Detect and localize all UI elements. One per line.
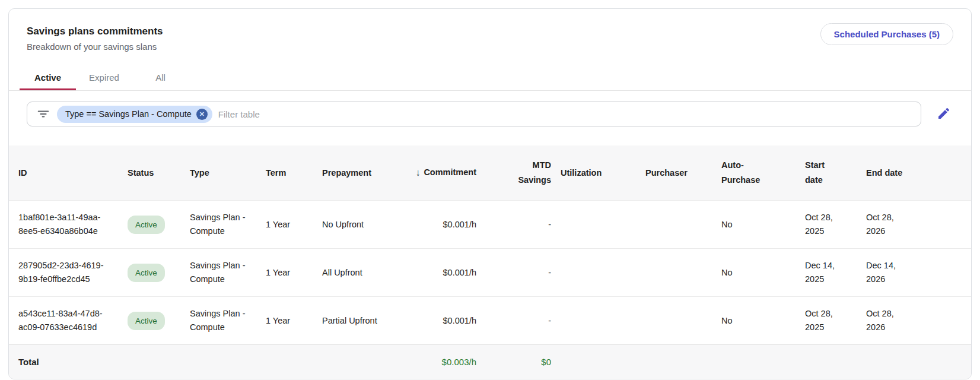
tab-active[interactable]: Active	[20, 66, 76, 90]
cell-type: Savings Plan - Compute	[190, 297, 266, 345]
table-row[interactable]: 1baf801e-3a11-49aa-8ee5-e6340a86b04e Act…	[9, 201, 971, 249]
cell-end-date: Oct 28, 2026	[866, 297, 971, 345]
cell-id: 1baf801e-3a11-49aa-8ee5-e6340a86b04e	[9, 201, 128, 249]
scheduled-purchases-button[interactable]: Scheduled Purchases (5)	[820, 23, 953, 45]
cell-auto-purchase: No	[721, 297, 805, 345]
cell-id: 287905d2-23d3-4619-9b19-fe0ffbe2cd45	[9, 249, 128, 297]
cell-purchaser	[645, 201, 721, 249]
table-row[interactable]: 287905d2-23d3-4619-9b19-fe0ffbe2cd45 Act…	[9, 249, 971, 297]
cell-status: Active	[128, 249, 190, 297]
cell-commitment: $0.001/h	[409, 249, 486, 297]
cell-auto-purchase: No	[721, 201, 805, 249]
column-header-auto-purchase[interactable]: Auto-Purchase	[721, 145, 805, 201]
cell-mtd-savings: -	[486, 249, 561, 297]
column-header-purchaser[interactable]: Purchaser	[645, 145, 721, 201]
column-header-prepayment[interactable]: Prepayment	[322, 145, 409, 201]
cell-type: Savings Plan - Compute	[190, 249, 266, 297]
cell-term: 1 Year	[266, 297, 322, 345]
table-row[interactable]: a543ce11-83a4-47d8-ac09-07633ec4619d Act…	[9, 297, 971, 345]
filter-chip[interactable]: Type == Savings Plan - Compute ✕	[57, 106, 212, 123]
cell-commitment: $0.001/h	[409, 297, 486, 345]
cell-utilization	[561, 297, 645, 345]
cell-term: 1 Year	[266, 201, 322, 249]
total-row: Total $0.003/h $0	[9, 345, 971, 379]
cell-commitment: $0.001/h	[409, 201, 486, 249]
cell-end-date: Oct 28, 2026	[866, 201, 971, 249]
status-badge: Active	[128, 264, 165, 282]
tab-expired[interactable]: Expired	[76, 66, 132, 90]
chip-close-icon[interactable]: ✕	[196, 109, 208, 120]
column-header-type[interactable]: Type	[190, 145, 266, 201]
column-header-end-date[interactable]: End date	[866, 145, 971, 201]
column-header-id[interactable]: ID	[9, 145, 128, 201]
column-header-commitment-label: Commitment	[424, 165, 476, 180]
edit-filter-button[interactable]	[937, 106, 951, 122]
cell-id: a543ce11-83a4-47d8-ac09-07633ec4619d	[9, 297, 128, 345]
cell-status: Active	[128, 201, 190, 249]
filter-row: Type == Savings Plan - Compute ✕	[9, 91, 971, 136]
cell-purchaser	[645, 297, 721, 345]
cell-type: Savings Plan - Compute	[190, 201, 266, 249]
total-label: Total	[9, 345, 128, 379]
pencil-icon	[937, 106, 951, 122]
savings-plans-card: Savings plans commitments Breakdown of y…	[8, 8, 972, 379]
cell-prepayment: Partial Upfront	[322, 297, 409, 345]
filter-list-icon	[37, 107, 50, 121]
column-header-status[interactable]: Status	[128, 145, 190, 201]
savings-plans-table: ID Status Type Term Prepayment ↓ Commitm…	[9, 145, 971, 379]
filter-box[interactable]: Type == Savings Plan - Compute ✕	[27, 102, 921, 126]
cell-start-date: Oct 28, 2025	[805, 297, 866, 345]
total-commitment: $0.003/h	[409, 345, 486, 379]
column-header-mtd-savings[interactable]: MTD Savings	[486, 145, 561, 201]
cell-start-date: Dec 14, 2025	[805, 249, 866, 297]
column-header-term[interactable]: Term	[266, 145, 322, 201]
column-header-commitment[interactable]: ↓ Commitment	[409, 145, 486, 201]
page-subtitle: Breakdown of your savings slans	[27, 42, 953, 52]
status-badge: Active	[128, 216, 165, 234]
filter-chip-label: Type == Savings Plan - Compute	[65, 109, 192, 119]
cell-mtd-savings: -	[486, 297, 561, 345]
cell-mtd-savings: -	[486, 201, 561, 249]
cell-auto-purchase: No	[721, 249, 805, 297]
cell-utilization	[561, 201, 645, 249]
cell-purchaser	[645, 249, 721, 297]
status-badge: Active	[128, 312, 165, 330]
cell-prepayment: No Upfront	[322, 201, 409, 249]
table-header-row: ID Status Type Term Prepayment ↓ Commitm…	[9, 145, 971, 201]
column-header-utilization[interactable]: Utilization	[561, 145, 645, 201]
column-header-start-date[interactable]: Start date	[805, 145, 866, 201]
total-mtd-savings: $0	[486, 345, 561, 379]
tab-all[interactable]: All	[132, 66, 189, 90]
card-header: Savings plans commitments Breakdown of y…	[9, 9, 971, 52]
tab-bar: Active Expired All	[9, 66, 971, 91]
cell-start-date: Oct 28, 2025	[805, 201, 866, 249]
cell-term: 1 Year	[266, 249, 322, 297]
filter-table-input[interactable]	[218, 109, 914, 119]
cell-utilization	[561, 249, 645, 297]
cell-prepayment: All Upfront	[322, 249, 409, 297]
cell-end-date: Dec 14, 2026	[866, 249, 971, 297]
page-title: Savings plans commitments	[27, 26, 953, 37]
sort-descending-icon[interactable]: ↓	[415, 165, 420, 180]
cell-status: Active	[128, 297, 190, 345]
